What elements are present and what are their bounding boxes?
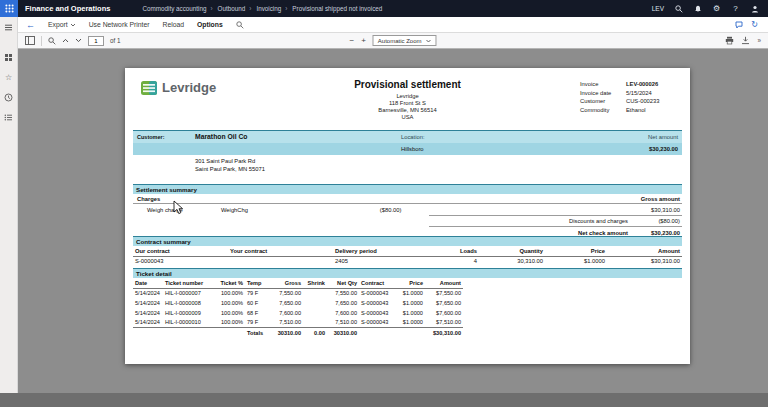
charge-code: WeighChg xyxy=(221,207,307,213)
table-cell: 7,600.00 xyxy=(267,308,303,318)
table-cell: 7,510.00 xyxy=(267,317,303,327)
table-cell: S-0000043 xyxy=(133,257,228,267)
table-cell: 79 F xyxy=(245,317,267,327)
reload-button[interactable]: Reload xyxy=(162,21,184,28)
gross-amount-value: $30,310.00 xyxy=(634,207,682,213)
table-cell: 7,650.00 xyxy=(327,298,359,308)
pdf-viewer-canvas[interactable]: Levridge Provisional settlement Levridge… xyxy=(18,49,768,393)
app-title[interactable]: Finance and Operations xyxy=(25,4,110,13)
settings-gear-icon[interactable]: ⚙ xyxy=(712,4,721,13)
previous-page-icon[interactable] xyxy=(62,38,69,43)
action-bar: ← Export Use Network Printer Reload Opti… xyxy=(18,17,768,33)
customer-band: Customer: Marathon Oil Co Location: Net … xyxy=(133,130,682,155)
table-cell: 7,650.00 xyxy=(267,298,303,308)
refresh-icon[interactable]: ↻ xyxy=(751,20,758,29)
action-search-icon[interactable] xyxy=(236,21,244,29)
zoom-level-value: Automatic Zoom xyxy=(378,38,422,44)
table-cell: 5/14/2024 xyxy=(133,317,163,327)
customer-band-label: Customer: xyxy=(137,134,165,140)
customer-address-line1: 301 Saint Paul Park Rd xyxy=(195,158,265,166)
commodity-value: Ethanol xyxy=(626,107,678,113)
help-icon[interactable]: ? xyxy=(731,4,740,13)
table-cell: 30,310.00 xyxy=(479,257,545,267)
table-cell: 7,550.00 xyxy=(267,289,303,299)
favorites-star-icon[interactable]: ☆ xyxy=(4,72,14,82)
settlement-summary-header: Settlement summary xyxy=(133,184,682,194)
environment-label[interactable]: LEV xyxy=(652,5,664,12)
table-cell: 7,550.00 xyxy=(327,289,359,299)
table-cell: 100.00% xyxy=(217,298,245,308)
workspaces-list-icon[interactable] xyxy=(4,112,14,122)
breadcrumb-item-area[interactable]: Outbound xyxy=(209,5,248,12)
print-icon[interactable] xyxy=(725,36,734,45)
charge-amount: ($80.00) xyxy=(307,207,429,213)
column-header: Your contract xyxy=(228,246,333,257)
zoom-level-select[interactable]: Automatic Zoom xyxy=(373,35,437,46)
page-count-label: of 1 xyxy=(110,37,121,44)
breadcrumb: Commodity accounting Outbound Invoicing … xyxy=(140,5,384,12)
breadcrumb-item-group[interactable]: Invoicing xyxy=(247,5,283,12)
column-header: Gross xyxy=(267,278,303,289)
account-person-icon[interactable] xyxy=(750,4,759,13)
pdf-toolbar-right: » xyxy=(725,36,761,45)
download-icon[interactable] xyxy=(741,36,750,45)
column-header: Amount xyxy=(425,278,463,289)
search-icon[interactable] xyxy=(674,4,683,13)
net-amount-value: $30,230.00 xyxy=(649,146,678,152)
table-cell: 100.00% xyxy=(217,289,245,299)
zoom-out-button[interactable]: − xyxy=(349,36,354,45)
find-in-document-icon[interactable] xyxy=(48,37,56,45)
toolbar-divider xyxy=(41,36,42,46)
bell-icon[interactable] xyxy=(693,4,702,13)
modules-grid-icon[interactable] xyxy=(4,52,14,62)
table-cell: 68 F xyxy=(245,308,267,318)
customer-number: CUS-000233 xyxy=(626,98,678,104)
back-button[interactable]: ← xyxy=(26,20,35,30)
table-cell xyxy=(228,257,333,267)
invoice-label: Invoice xyxy=(580,81,626,87)
company-country: USA xyxy=(125,114,690,121)
zoom-controls: − + Automatic Zoom xyxy=(349,35,436,46)
next-page-icon[interactable] xyxy=(75,38,82,43)
table-cell: $30,310.00 xyxy=(607,257,682,267)
app-launcher-icon[interactable] xyxy=(0,0,18,17)
column-header: Net Qty xyxy=(327,278,359,289)
commodity-label: Commodity xyxy=(580,107,626,113)
contract-summary-section: Contract summary Our contract Your contr… xyxy=(133,236,682,270)
breadcrumb-item-page[interactable]: Provisional shipped not invoiced xyxy=(283,5,384,12)
net-check-label: Net check amount xyxy=(429,230,634,236)
feedback-icon[interactable] xyxy=(735,21,743,29)
table-cell: HIL-I-0000010 xyxy=(163,317,217,327)
customer-address-line2: Saint Paul Park, MN 55071 xyxy=(195,166,265,174)
breadcrumb-item-module[interactable]: Commodity accounting xyxy=(140,5,208,12)
customer-address: 301 Saint Paul Park Rd Saint Paul Park, … xyxy=(195,158,265,173)
location-label: Location: xyxy=(401,134,425,140)
recent-clock-icon[interactable] xyxy=(4,92,14,102)
sidebar-toggle-icon[interactable] xyxy=(25,36,35,45)
customer-name: Marathon Oil Co xyxy=(195,133,248,140)
invoice-number: LEV-000026 xyxy=(626,81,678,87)
options-button[interactable]: Options xyxy=(197,21,223,28)
table-cell xyxy=(303,289,327,299)
column-header: Contract xyxy=(359,278,397,289)
table-cell: HIL-I-0000007 xyxy=(163,289,217,299)
contract-summary-header: Contract summary xyxy=(133,236,682,246)
toolbar-more-icon[interactable]: » xyxy=(757,37,761,44)
table-cell: 5/14/2024 xyxy=(133,289,163,299)
zoom-in-button[interactable]: + xyxy=(361,36,366,45)
invoice-meta-block: Invoice LEV-000026 Invoice date 5/15/202… xyxy=(580,81,678,113)
table-cell: HIL-I-0000008 xyxy=(163,298,217,308)
menu-hamburger-icon[interactable] xyxy=(4,22,14,32)
column-header: Price xyxy=(397,278,425,289)
settlement-summary-section: Settlement summary Charges Weigh charge … xyxy=(133,184,682,238)
table-cell xyxy=(303,317,327,327)
page-number-input[interactable] xyxy=(88,36,104,46)
table-cell: $7,510.00 xyxy=(425,317,463,327)
use-network-printer-button[interactable]: Use Network Printer xyxy=(89,21,150,28)
table-cell: 7,600.00 xyxy=(327,308,359,318)
ticket-detail-header: Ticket detail xyxy=(133,268,682,278)
totals-netqty: 30310.00 xyxy=(327,327,359,338)
table-cell: $1.0000 xyxy=(397,298,425,308)
column-header: Price xyxy=(545,246,607,257)
export-menu-button[interactable]: Export xyxy=(48,21,76,28)
